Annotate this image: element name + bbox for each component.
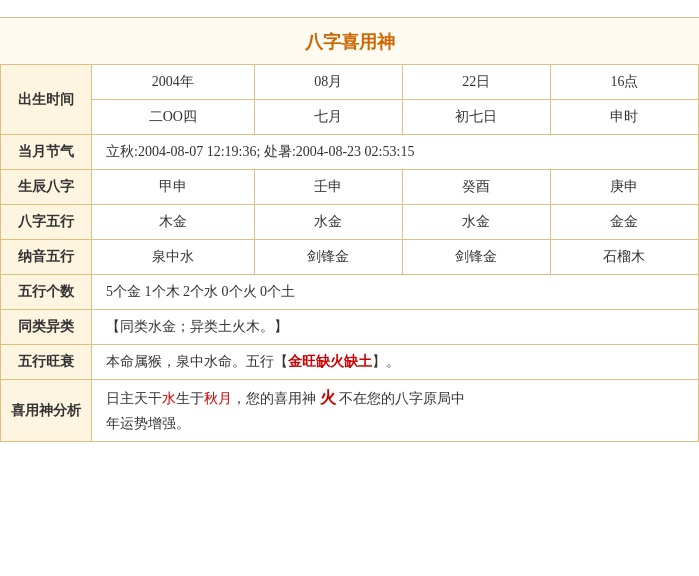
bazi-table: 出生时间 2004年 08月 22日 16点 二OO四 七月 初七日 申时 当月…: [0, 64, 699, 442]
wuxing-col2: 水金: [254, 205, 402, 240]
table-row: 喜用神分析 日主天干水生于秋月，您的喜用神 火 不在您的八字原局中 年运势增强。: [1, 380, 699, 442]
bazi-label: 生辰八字: [1, 170, 92, 205]
bazi-col4: 庚申: [550, 170, 698, 205]
birth-year: 2004年: [92, 65, 255, 100]
table-row: 八字五行 木金 水金 水金 金金: [1, 205, 699, 240]
nayin-col2: 剑锋金: [254, 240, 402, 275]
count-value: 5个金 1个木 2个水 0个火 0个土: [92, 275, 699, 310]
xiyong-line1-mid: 生于: [176, 391, 204, 406]
bazi-col1: 甲申: [92, 170, 255, 205]
tonglei-value: 【同类水金；异类土火木。】: [92, 310, 699, 345]
xiyong-water: 水: [162, 391, 176, 406]
bazi-col2: 壬申: [254, 170, 402, 205]
table-row: 出生时间 2004年 08月 22日 16点: [1, 65, 699, 100]
main-container: 八字喜用神 出生时间 2004年 08月 22日 16点 二OO四 七月 初七日…: [0, 0, 699, 442]
birth-hour-cn: 申时: [550, 100, 698, 135]
birth-year-cn: 二OO四: [92, 100, 255, 135]
page-title: 八字喜用神: [0, 18, 699, 64]
birth-day-cn: 初七日: [402, 100, 550, 135]
wuxing-col4: 金金: [550, 205, 698, 240]
jieqi-label: 当月节气: [1, 135, 92, 170]
wangshui-value: 本命属猴，泉中水命。五行【金旺缺火缺土】。: [92, 345, 699, 380]
xiyong-value: 日主天干水生于秋月，您的喜用神 火 不在您的八字原局中 年运势增强。: [92, 380, 699, 442]
bazi-col3: 癸酉: [402, 170, 550, 205]
xiyong-line1-end: 不在您的八字原局中: [336, 391, 466, 406]
count-label: 五行个数: [1, 275, 92, 310]
nayin-col1: 泉中水: [92, 240, 255, 275]
table-row: 五行旺衰 本命属猴，泉中水命。五行【金旺缺火缺土】。: [1, 345, 699, 380]
nayin-col3: 剑锋金: [402, 240, 550, 275]
wuxing-label: 八字五行: [1, 205, 92, 240]
birth-hour: 16点: [550, 65, 698, 100]
tonglei-label: 同类异类: [1, 310, 92, 345]
wangshui-suffix: 】。: [372, 354, 400, 369]
nayin-col4: 石榴木: [550, 240, 698, 275]
table-row: 同类异类 【同类水金；异类土火木。】: [1, 310, 699, 345]
wuxing-col3: 水金: [402, 205, 550, 240]
jieqi-value: 立秋:2004-08-07 12:19:36; 处暑:2004-08-23 02…: [92, 135, 699, 170]
table-row: 当月节气 立秋:2004-08-07 12:19:36; 处暑:2004-08-…: [1, 135, 699, 170]
wangshui-bold: 金旺缺火缺土: [288, 354, 372, 369]
xiyong-line1-suffix: ，您的喜用神: [232, 391, 320, 406]
xiyong-line1-prefix: 日主天干: [106, 391, 162, 406]
xiyong-autumn: 秋月: [204, 391, 232, 406]
table-row: 五行个数 5个金 1个木 2个水 0个火 0个土: [1, 275, 699, 310]
birth-day: 22日: [402, 65, 550, 100]
xiyong-label: 喜用神分析: [1, 380, 92, 442]
xiyong-fire: 火: [320, 388, 336, 409]
wangshui-prefix: 本命属猴，泉中水命。五行【: [106, 354, 288, 369]
birth-month: 08月: [254, 65, 402, 100]
nayin-label: 纳音五行: [1, 240, 92, 275]
wuxing-col1: 木金: [92, 205, 255, 240]
birth-time-label: 出生时间: [1, 65, 92, 135]
table-row: 纳音五行 泉中水 剑锋金 剑锋金 石榴木: [1, 240, 699, 275]
table-row: 二OO四 七月 初七日 申时: [1, 100, 699, 135]
scroll-top: [0, 0, 699, 18]
birth-month-cn: 七月: [254, 100, 402, 135]
xiyong-line2: 年运势增强。: [106, 415, 688, 433]
wangshui-label: 五行旺衰: [1, 345, 92, 380]
xiyong-line1: 日主天干水生于秋月，您的喜用神 火 不在您的八字原局中: [106, 388, 688, 409]
table-row: 生辰八字 甲申 壬申 癸酉 庚申: [1, 170, 699, 205]
